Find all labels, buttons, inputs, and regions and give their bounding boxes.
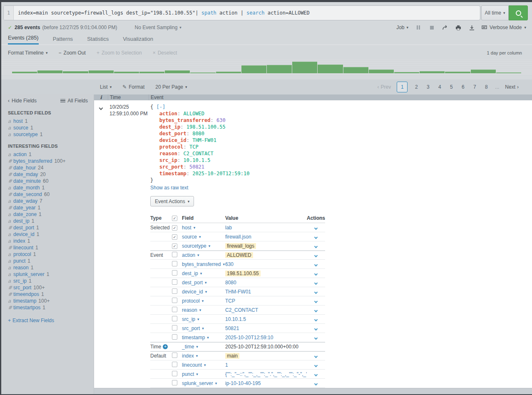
- field-name-menu-sourcetype[interactable]: sourcetype▾: [182, 243, 225, 249]
- field-value-device_id[interactable]: THM-FW01: [225, 289, 251, 295]
- field-actions-expand-icon[interactable]: [314, 281, 318, 284]
- pause-icon[interactable]: [415, 25, 422, 30]
- stop-icon[interactable]: [428, 25, 435, 30]
- per-page-menu[interactable]: 20 Per Page ▾: [155, 84, 187, 90]
- timeline-bar[interactable]: [420, 71, 445, 73]
- field-value-protocol[interactable]: TCP: [225, 298, 235, 304]
- field-value-dest_ip[interactable]: 198.51.100.55: [225, 271, 261, 276]
- search-input[interactable]: 1 index=main sourcetype=firewall_logs de…: [3, 5, 480, 20]
- timeline-bar[interactable]: [445, 72, 470, 73]
- page-button-7[interactable]: 7: [472, 84, 477, 90]
- field-value-host[interactable]: lab: [225, 225, 232, 231]
- field-actions-expand-icon[interactable]: [314, 244, 318, 248]
- field-checkbox-index[interactable]: [172, 353, 177, 358]
- page-button-2[interactable]: 2: [413, 84, 419, 90]
- field-checkbox-protocol[interactable]: [172, 298, 177, 303]
- event-sampling-menu[interactable]: No Event Sampling ▾: [135, 25, 181, 30]
- field-name-menu-src_ip[interactable]: src_ip▾: [182, 316, 225, 322]
- field-value-splunk_server[interactable]: ip-10-10-40-195: [225, 380, 261, 386]
- search-button[interactable]: [509, 5, 528, 20]
- field-checkbox-timestamp[interactable]: [172, 334, 177, 340]
- print-icon[interactable]: [455, 25, 462, 30]
- field-actions-expand-icon[interactable]: [314, 327, 318, 330]
- field-checkbox-source[interactable]: ✓: [172, 234, 177, 240]
- field-actions-expand-icon[interactable]: [314, 355, 318, 358]
- format-menu[interactable]: ✎ Format: [122, 84, 144, 90]
- page-button-5[interactable]: 5: [448, 84, 454, 90]
- search-mode-menu[interactable]: Verbose Mode ▾: [482, 25, 526, 30]
- field-link-action[interactable]: action: [13, 152, 27, 157]
- search-query-text[interactable]: index=main sourcetype=firewall_logs dest…: [14, 6, 480, 20]
- field-link-date_zone[interactable]: date_zone: [13, 211, 37, 217]
- field-name-menu-_time[interactable]: _time▾: [182, 344, 225, 350]
- tab-patterns[interactable]: Patterns: [53, 36, 73, 45]
- field-actions-expand-icon[interactable]: [314, 373, 318, 376]
- timeline-bar[interactable]: [216, 72, 241, 73]
- field-name-menu-action[interactable]: action▾: [182, 252, 225, 258]
- field-name-menu-protocol[interactable]: protocol▾: [182, 298, 225, 304]
- field-name-menu-index[interactable]: index▾: [182, 353, 225, 359]
- field-link-date_month[interactable]: date_month: [13, 185, 40, 191]
- timeline-bar[interactable]: [165, 70, 190, 73]
- timeline-bar[interactable]: [267, 65, 292, 73]
- field-name-menu-punct[interactable]: punct▾: [182, 371, 225, 377]
- field-link-src_port[interactable]: src_port: [13, 285, 31, 291]
- timeline-bar[interactable]: [241, 65, 266, 73]
- field-link-linecount[interactable]: linecount: [13, 245, 33, 251]
- field-name-menu-timestamp[interactable]: timestamp▾: [182, 335, 225, 340]
- field-link-device_id[interactable]: device_id: [13, 231, 35, 237]
- field-actions-expand-icon[interactable]: [314, 363, 318, 367]
- field-name-menu-splunk_server[interactable]: splunk_server▾: [182, 380, 225, 386]
- event-row-collapsed[interactable]: 10/20/25 { [-]: [94, 388, 532, 394]
- field-link-punct[interactable]: punct: [13, 258, 25, 264]
- list-view-menu[interactable]: List ▾: [100, 84, 112, 90]
- field-checkbox-action[interactable]: [172, 252, 177, 257]
- field-link-dest_ip[interactable]: dest_ip: [13, 218, 30, 224]
- field-link-index[interactable]: index: [13, 238, 25, 244]
- field-value-punct[interactable]: {"":_"--::",_"":_,_"":_".",_"":_,_"":_"-…: [225, 371, 307, 377]
- select-all-checkbox[interactable]: ✓: [172, 216, 177, 221]
- field-link-reason[interactable]: reason: [13, 265, 29, 271]
- page-button-8[interactable]: 8: [483, 84, 489, 90]
- field-actions-expand-icon[interactable]: [314, 308, 318, 312]
- field-value-index[interactable]: main: [225, 353, 239, 359]
- download-icon[interactable]: [468, 25, 475, 30]
- field-link-host[interactable]: host: [13, 118, 23, 124]
- format-timeline-menu[interactable]: Format Timeline ▾: [8, 50, 48, 56]
- page-button-4[interactable]: 4: [437, 84, 443, 90]
- time-column-header[interactable]: Time: [108, 94, 149, 100]
- field-value-source[interactable]: firewall.json: [225, 234, 251, 240]
- field-checkbox-dest_ip[interactable]: [172, 270, 177, 276]
- timeline-bar[interactable]: [343, 67, 368, 73]
- field-value-bytes_transferred[interactable]: 630: [225, 261, 234, 267]
- field-link-src_ip[interactable]: src_ip: [13, 278, 27, 284]
- timeline-bar[interactable]: [292, 62, 317, 73]
- job-menu[interactable]: Job ▾: [396, 25, 408, 30]
- event-actions-button[interactable]: Event Actions ▾: [150, 196, 194, 206]
- timeline-bar[interactable]: [89, 70, 114, 73]
- field-value-src_port[interactable]: 50821: [225, 325, 239, 331]
- page-button-3[interactable]: 3: [425, 84, 431, 90]
- field-link-timestamp[interactable]: timestamp: [13, 298, 36, 304]
- next-page-button[interactable]: Next ›: [505, 84, 519, 90]
- field-value-reason[interactable]: C2_CONTACT: [225, 307, 258, 313]
- field-name-menu-linecount[interactable]: linecount▾: [182, 362, 225, 368]
- tab-statistics[interactable]: Statistics: [87, 36, 109, 45]
- field-checkbox-punct[interactable]: [172, 371, 177, 376]
- field-checkbox-linecount[interactable]: [172, 362, 177, 367]
- page-button-1[interactable]: 1: [397, 82, 408, 92]
- field-value-sourcetype[interactable]: firewall_logs: [225, 243, 256, 249]
- timeline-bar[interactable]: [369, 70, 394, 73]
- field-actions-expand-icon[interactable]: [314, 318, 318, 321]
- timeline-bar[interactable]: [139, 72, 164, 73]
- field-name-menu-dest_port[interactable]: dest_port▾: [182, 280, 225, 286]
- field-link-date_hour[interactable]: date_hour: [13, 165, 36, 171]
- field-link-date_minute[interactable]: date_minute: [13, 178, 41, 184]
- collapse-event-icon[interactable]: [99, 106, 103, 110]
- tab-visualization[interactable]: Visualization: [123, 36, 153, 45]
- timeline-bar[interactable]: [471, 70, 496, 73]
- field-value-dest_port[interactable]: 8080: [225, 280, 236, 286]
- page-button-6[interactable]: 6: [460, 84, 466, 90]
- field-actions-expand-icon[interactable]: [314, 290, 318, 293]
- field-actions-expand-icon[interactable]: [314, 336, 318, 339]
